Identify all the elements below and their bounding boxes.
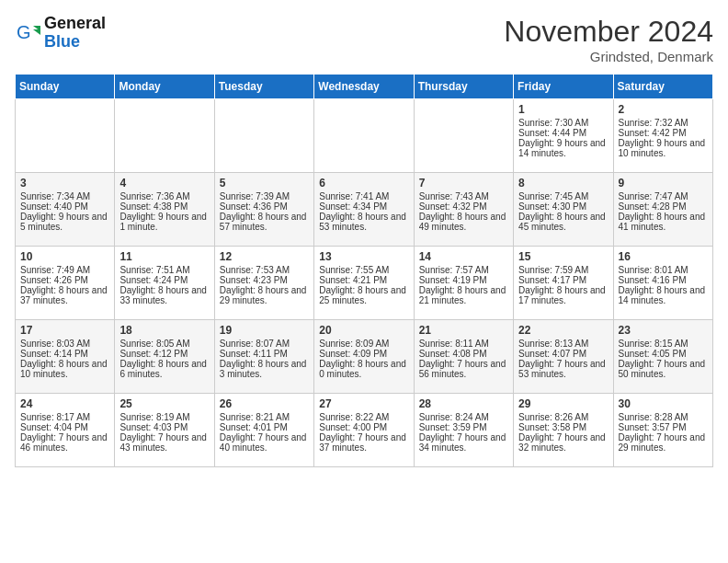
- calendar-cell: 29Sunrise: 8:26 AMSunset: 3:58 PMDayligh…: [514, 394, 613, 467]
- day-info: Sunrise: 7:47 AM: [619, 191, 708, 201]
- day-info: Daylight: 7 hours and 56 minutes.: [419, 359, 508, 379]
- calendar-cell: 15Sunrise: 7:59 AMSunset: 4:17 PMDayligh…: [514, 247, 613, 320]
- day-number: 9: [619, 177, 708, 190]
- day-info: Sunset: 4:08 PM: [419, 349, 508, 359]
- day-number: 29: [518, 397, 608, 410]
- calendar-cell: 18Sunrise: 8:05 AMSunset: 4:12 PMDayligh…: [115, 320, 214, 394]
- calendar-cell: 6Sunrise: 7:41 AMSunset: 4:34 PMDaylight…: [314, 173, 414, 247]
- calendar-table: SundayMondayTuesdayWednesdayThursdayFrid…: [15, 74, 713, 467]
- location: Grindsted, Denmark: [504, 49, 713, 64]
- day-info: Sunset: 4:34 PM: [319, 201, 408, 212]
- day-info: Daylight: 7 hours and 50 minutes.: [619, 359, 708, 379]
- day-info: Daylight: 7 hours and 40 minutes.: [220, 432, 309, 453]
- day-info: Sunrise: 7:51 AM: [119, 265, 209, 275]
- day-info: Daylight: 9 hours and 10 minutes.: [619, 138, 708, 158]
- calendar-cell: 22Sunrise: 8:13 AMSunset: 4:07 PMDayligh…: [514, 320, 613, 394]
- day-number: 28: [419, 397, 508, 410]
- title-block: November 2024 Grindsted, Denmark: [504, 15, 713, 64]
- month-title: November 2024: [504, 15, 713, 49]
- calendar-cell: 25Sunrise: 8:19 AMSunset: 4:03 PMDayligh…: [115, 394, 214, 467]
- day-info: Daylight: 8 hours and 49 minutes.: [419, 212, 508, 232]
- calendar-week-row: 10Sunrise: 7:49 AMSunset: 4:26 PMDayligh…: [16, 247, 713, 320]
- day-info: Sunset: 4:38 PM: [119, 201, 209, 212]
- day-info: Sunrise: 8:13 AM: [518, 339, 608, 349]
- calendar-cell: 5Sunrise: 7:39 AMSunset: 4:36 PMDaylight…: [214, 173, 313, 247]
- day-info: Daylight: 8 hours and 57 minutes.: [220, 212, 309, 232]
- day-info: Sunrise: 7:41 AM: [319, 191, 408, 201]
- day-info: Sunrise: 7:59 AM: [518, 265, 608, 275]
- day-info: Daylight: 9 hours and 1 minute.: [119, 212, 209, 232]
- day-of-week-header: Saturday: [613, 75, 712, 99]
- day-info: Sunrise: 8:19 AM: [119, 412, 209, 422]
- day-info: Daylight: 8 hours and 37 minutes.: [20, 285, 109, 305]
- day-info: Sunset: 4:00 PM: [319, 422, 408, 432]
- day-number: 23: [619, 324, 708, 337]
- day-of-week-header: Monday: [115, 75, 214, 99]
- calendar-body: 1Sunrise: 7:30 AMSunset: 4:44 PMDaylight…: [16, 99, 713, 467]
- logo-text: General Blue: [44, 15, 106, 52]
- day-info: Sunset: 3:58 PM: [518, 422, 608, 432]
- day-info: Daylight: 8 hours and 6 minutes.: [119, 359, 209, 379]
- day-info: Daylight: 8 hours and 0 minutes.: [319, 359, 408, 379]
- day-info: Sunrise: 7:53 AM: [220, 265, 309, 275]
- svg-text:G: G: [17, 22, 31, 42]
- day-info: Daylight: 7 hours and 43 minutes.: [119, 432, 209, 453]
- calendar-week-row: 1Sunrise: 7:30 AMSunset: 4:44 PMDaylight…: [16, 99, 713, 173]
- day-number: 25: [119, 397, 209, 410]
- day-info: Sunset: 4:36 PM: [220, 201, 309, 212]
- day-info: Sunrise: 7:49 AM: [20, 265, 109, 275]
- day-info: Sunrise: 8:24 AM: [419, 412, 508, 422]
- day-number: 1: [518, 103, 608, 116]
- day-info: Daylight: 8 hours and 41 minutes.: [619, 212, 708, 232]
- day-info: Daylight: 8 hours and 17 minutes.: [518, 285, 608, 305]
- day-info: Sunrise: 8:26 AM: [518, 412, 608, 422]
- calendar-cell: [16, 99, 115, 173]
- day-info: Daylight: 7 hours and 46 minutes.: [20, 432, 109, 453]
- day-info: Sunrise: 7:30 AM: [518, 118, 608, 128]
- day-info: Daylight: 8 hours and 53 minutes.: [319, 212, 408, 232]
- calendar-cell: 24Sunrise: 8:17 AMSunset: 4:04 PMDayligh…: [16, 394, 115, 467]
- day-info: Sunset: 4:21 PM: [319, 275, 408, 285]
- day-number: 18: [119, 324, 209, 337]
- day-info: Sunrise: 7:45 AM: [518, 191, 608, 201]
- day-number: 10: [20, 250, 109, 263]
- day-info: Sunrise: 7:34 AM: [20, 191, 109, 201]
- day-info: Sunrise: 7:57 AM: [419, 265, 508, 275]
- day-of-week-header: Tuesday: [214, 75, 313, 99]
- day-info: Sunset: 4:12 PM: [119, 349, 209, 359]
- day-info: Daylight: 8 hours and 33 minutes.: [119, 285, 209, 305]
- day-info: Sunset: 3:59 PM: [419, 422, 508, 432]
- day-info: Daylight: 9 hours and 5 minutes.: [20, 212, 109, 232]
- days-of-week-row: SundayMondayTuesdayWednesdayThursdayFrid…: [16, 75, 713, 99]
- calendar-cell: 8Sunrise: 7:45 AMSunset: 4:30 PMDaylight…: [514, 173, 613, 247]
- day-info: Sunset: 4:40 PM: [20, 201, 109, 212]
- day-info: Sunrise: 7:36 AM: [119, 191, 209, 201]
- calendar-cell: 20Sunrise: 8:09 AMSunset: 4:09 PMDayligh…: [314, 320, 414, 394]
- day-info: Sunset: 4:19 PM: [419, 275, 508, 285]
- day-number: 26: [220, 397, 309, 410]
- day-info: Daylight: 8 hours and 25 minutes.: [319, 285, 408, 305]
- calendar-cell: 28Sunrise: 8:24 AMSunset: 3:59 PMDayligh…: [414, 394, 513, 467]
- day-info: Daylight: 8 hours and 45 minutes.: [518, 212, 608, 232]
- day-info: Sunrise: 8:22 AM: [319, 412, 408, 422]
- day-info: Daylight: 8 hours and 14 minutes.: [619, 285, 708, 305]
- day-of-week-header: Friday: [514, 75, 613, 99]
- day-number: 24: [20, 397, 109, 410]
- day-info: Sunset: 4:09 PM: [319, 349, 408, 359]
- calendar-cell: 27Sunrise: 8:22 AMSunset: 4:00 PMDayligh…: [314, 394, 414, 467]
- logo: G General Blue: [15, 15, 106, 52]
- calendar-cell: 30Sunrise: 8:28 AMSunset: 3:57 PMDayligh…: [613, 394, 712, 467]
- day-number: 21: [419, 324, 508, 337]
- day-info: Sunrise: 8:01 AM: [619, 265, 708, 275]
- calendar-cell: 21Sunrise: 8:11 AMSunset: 4:08 PMDayligh…: [414, 320, 513, 394]
- day-number: 3: [20, 177, 109, 190]
- logo-line1: General: [44, 15, 106, 33]
- day-info: Sunrise: 8:15 AM: [619, 339, 708, 349]
- day-number: 12: [220, 250, 309, 263]
- day-info: Daylight: 8 hours and 10 minutes.: [20, 359, 109, 379]
- day-info: Sunset: 4:30 PM: [518, 201, 608, 212]
- day-info: Sunrise: 8:09 AM: [319, 339, 408, 349]
- day-info: Sunset: 4:04 PM: [20, 422, 109, 432]
- day-number: 7: [419, 177, 508, 190]
- day-info: Sunset: 4:28 PM: [619, 201, 708, 212]
